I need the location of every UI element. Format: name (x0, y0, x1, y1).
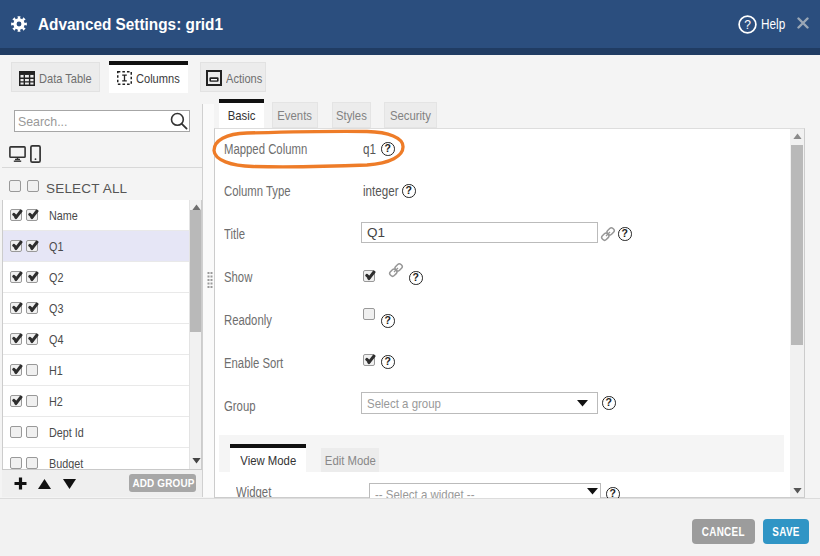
svg-text:?: ? (744, 18, 751, 32)
